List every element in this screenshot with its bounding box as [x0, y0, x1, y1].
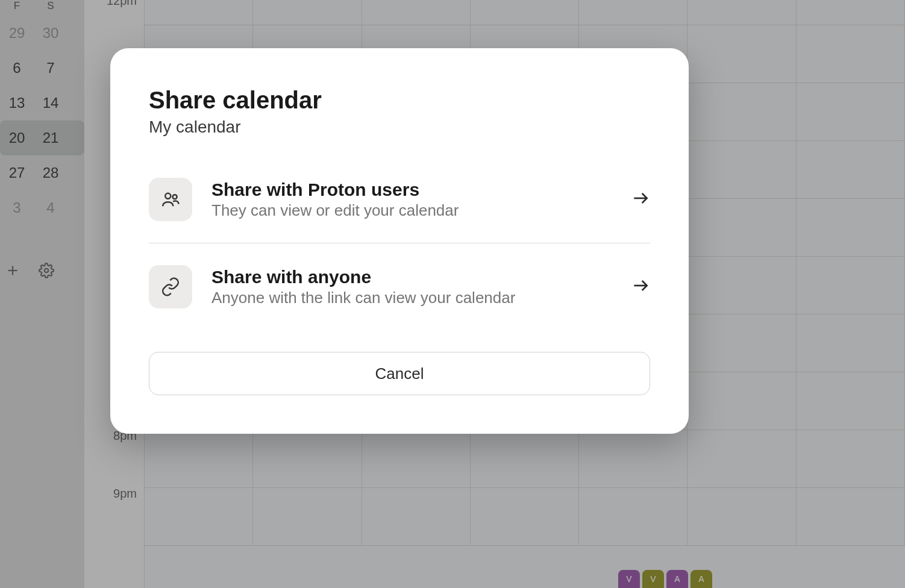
arrow-right-icon [631, 276, 650, 298]
share-proton-users-option[interactable]: Share with Proton users They can view or… [149, 166, 650, 233]
modal-subtitle: My calendar [149, 117, 650, 137]
option-desc: They can view or edit your calendar [211, 201, 612, 220]
share-anyone-option[interactable]: Share with anyone Anyone with the link c… [149, 253, 650, 321]
svg-point-3 [165, 193, 171, 199]
users-icon [149, 178, 192, 221]
share-calendar-modal: Share calendar My calendar Share with Pr… [110, 48, 689, 434]
option-title: Share with anyone [211, 267, 612, 287]
option-title: Share with Proton users [211, 180, 612, 200]
option-desc: Anyone with the link can view your calen… [211, 289, 612, 307]
svg-point-4 [173, 195, 177, 199]
arrow-right-icon [631, 189, 650, 210]
link-icon [149, 265, 192, 308]
cancel-button[interactable]: Cancel [149, 352, 650, 395]
divider [149, 243, 650, 243]
modal-title: Share calendar [149, 87, 650, 114]
